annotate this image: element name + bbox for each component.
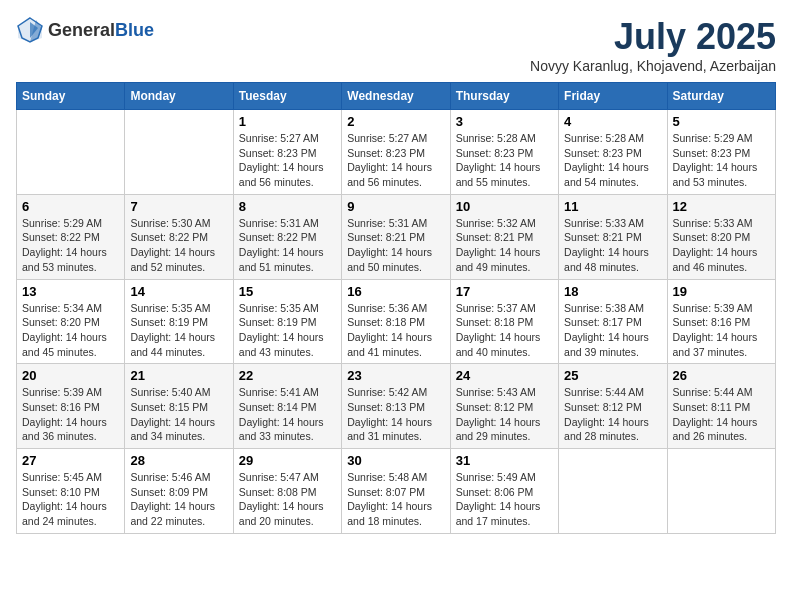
day-header-sunday: Sunday	[17, 83, 125, 110]
day-detail: Sunrise: 5:27 AMSunset: 8:23 PMDaylight:…	[347, 131, 444, 190]
calendar-cell: 31Sunrise: 5:49 AMSunset: 8:06 PMDayligh…	[450, 449, 558, 534]
calendar-cell: 8Sunrise: 5:31 AMSunset: 8:22 PMDaylight…	[233, 194, 341, 279]
calendar-cell	[125, 110, 233, 195]
calendar-cell: 16Sunrise: 5:36 AMSunset: 8:18 PMDayligh…	[342, 279, 450, 364]
day-detail: Sunrise: 5:27 AMSunset: 8:23 PMDaylight:…	[239, 131, 336, 190]
main-title: July 2025	[530, 16, 776, 58]
calendar-cell	[559, 449, 667, 534]
day-detail: Sunrise: 5:44 AMSunset: 8:12 PMDaylight:…	[564, 385, 661, 444]
day-header-friday: Friday	[559, 83, 667, 110]
day-number: 26	[673, 368, 770, 383]
day-number: 20	[22, 368, 119, 383]
day-number: 14	[130, 284, 227, 299]
calendar-cell: 22Sunrise: 5:41 AMSunset: 8:14 PMDayligh…	[233, 364, 341, 449]
day-number: 19	[673, 284, 770, 299]
calendar-cell: 28Sunrise: 5:46 AMSunset: 8:09 PMDayligh…	[125, 449, 233, 534]
day-number: 18	[564, 284, 661, 299]
day-detail: Sunrise: 5:29 AMSunset: 8:22 PMDaylight:…	[22, 216, 119, 275]
day-number: 6	[22, 199, 119, 214]
page-header: GeneralBlue July 2025 Novyy Karanlug, Kh…	[16, 16, 776, 74]
day-number: 9	[347, 199, 444, 214]
calendar-cell: 14Sunrise: 5:35 AMSunset: 8:19 PMDayligh…	[125, 279, 233, 364]
day-number: 7	[130, 199, 227, 214]
calendar-header: SundayMondayTuesdayWednesdayThursdayFrid…	[17, 83, 776, 110]
day-number: 27	[22, 453, 119, 468]
calendar-cell: 25Sunrise: 5:44 AMSunset: 8:12 PMDayligh…	[559, 364, 667, 449]
day-number: 15	[239, 284, 336, 299]
day-header-wednesday: Wednesday	[342, 83, 450, 110]
subtitle: Novyy Karanlug, Khojavend, Azerbaijan	[530, 58, 776, 74]
calendar-cell	[667, 449, 775, 534]
day-header-monday: Monday	[125, 83, 233, 110]
calendar-table: SundayMondayTuesdayWednesdayThursdayFrid…	[16, 82, 776, 534]
calendar-cell: 5Sunrise: 5:29 AMSunset: 8:23 PMDaylight…	[667, 110, 775, 195]
day-detail: Sunrise: 5:33 AMSunset: 8:21 PMDaylight:…	[564, 216, 661, 275]
day-header-thursday: Thursday	[450, 83, 558, 110]
day-number: 12	[673, 199, 770, 214]
logo-icon	[16, 16, 44, 44]
day-number: 4	[564, 114, 661, 129]
day-detail: Sunrise: 5:32 AMSunset: 8:21 PMDaylight:…	[456, 216, 553, 275]
day-number: 28	[130, 453, 227, 468]
day-number: 25	[564, 368, 661, 383]
calendar-cell: 1Sunrise: 5:27 AMSunset: 8:23 PMDaylight…	[233, 110, 341, 195]
calendar-cell: 6Sunrise: 5:29 AMSunset: 8:22 PMDaylight…	[17, 194, 125, 279]
calendar-cell: 20Sunrise: 5:39 AMSunset: 8:16 PMDayligh…	[17, 364, 125, 449]
calendar-cell: 19Sunrise: 5:39 AMSunset: 8:16 PMDayligh…	[667, 279, 775, 364]
day-detail: Sunrise: 5:42 AMSunset: 8:13 PMDaylight:…	[347, 385, 444, 444]
calendar-cell: 13Sunrise: 5:34 AMSunset: 8:20 PMDayligh…	[17, 279, 125, 364]
day-number: 2	[347, 114, 444, 129]
day-detail: Sunrise: 5:37 AMSunset: 8:18 PMDaylight:…	[456, 301, 553, 360]
day-number: 24	[456, 368, 553, 383]
day-header-tuesday: Tuesday	[233, 83, 341, 110]
calendar-cell: 10Sunrise: 5:32 AMSunset: 8:21 PMDayligh…	[450, 194, 558, 279]
week-row-3: 13Sunrise: 5:34 AMSunset: 8:20 PMDayligh…	[17, 279, 776, 364]
day-detail: Sunrise: 5:35 AMSunset: 8:19 PMDaylight:…	[239, 301, 336, 360]
day-detail: Sunrise: 5:35 AMSunset: 8:19 PMDaylight:…	[130, 301, 227, 360]
days-header-row: SundayMondayTuesdayWednesdayThursdayFrid…	[17, 83, 776, 110]
day-detail: Sunrise: 5:44 AMSunset: 8:11 PMDaylight:…	[673, 385, 770, 444]
day-number: 3	[456, 114, 553, 129]
day-detail: Sunrise: 5:47 AMSunset: 8:08 PMDaylight:…	[239, 470, 336, 529]
day-detail: Sunrise: 5:31 AMSunset: 8:21 PMDaylight:…	[347, 216, 444, 275]
title-block: July 2025 Novyy Karanlug, Khojavend, Aze…	[530, 16, 776, 74]
logo-blue: Blue	[115, 20, 154, 40]
calendar-cell: 12Sunrise: 5:33 AMSunset: 8:20 PMDayligh…	[667, 194, 775, 279]
day-detail: Sunrise: 5:38 AMSunset: 8:17 PMDaylight:…	[564, 301, 661, 360]
week-row-2: 6Sunrise: 5:29 AMSunset: 8:22 PMDaylight…	[17, 194, 776, 279]
logo-text: GeneralBlue	[48, 20, 154, 41]
calendar-cell: 15Sunrise: 5:35 AMSunset: 8:19 PMDayligh…	[233, 279, 341, 364]
week-row-1: 1Sunrise: 5:27 AMSunset: 8:23 PMDaylight…	[17, 110, 776, 195]
day-detail: Sunrise: 5:48 AMSunset: 8:07 PMDaylight:…	[347, 470, 444, 529]
day-detail: Sunrise: 5:43 AMSunset: 8:12 PMDaylight:…	[456, 385, 553, 444]
logo: GeneralBlue	[16, 16, 154, 44]
day-number: 1	[239, 114, 336, 129]
day-detail: Sunrise: 5:46 AMSunset: 8:09 PMDaylight:…	[130, 470, 227, 529]
calendar-cell: 9Sunrise: 5:31 AMSunset: 8:21 PMDaylight…	[342, 194, 450, 279]
calendar-cell	[17, 110, 125, 195]
day-number: 31	[456, 453, 553, 468]
day-number: 17	[456, 284, 553, 299]
day-detail: Sunrise: 5:33 AMSunset: 8:20 PMDaylight:…	[673, 216, 770, 275]
calendar-cell: 26Sunrise: 5:44 AMSunset: 8:11 PMDayligh…	[667, 364, 775, 449]
logo-general: General	[48, 20, 115, 40]
calendar-cell: 3Sunrise: 5:28 AMSunset: 8:23 PMDaylight…	[450, 110, 558, 195]
day-number: 22	[239, 368, 336, 383]
day-detail: Sunrise: 5:45 AMSunset: 8:10 PMDaylight:…	[22, 470, 119, 529]
day-number: 11	[564, 199, 661, 214]
day-detail: Sunrise: 5:34 AMSunset: 8:20 PMDaylight:…	[22, 301, 119, 360]
day-detail: Sunrise: 5:29 AMSunset: 8:23 PMDaylight:…	[673, 131, 770, 190]
calendar-cell: 30Sunrise: 5:48 AMSunset: 8:07 PMDayligh…	[342, 449, 450, 534]
day-number: 10	[456, 199, 553, 214]
calendar-cell: 18Sunrise: 5:38 AMSunset: 8:17 PMDayligh…	[559, 279, 667, 364]
day-number: 5	[673, 114, 770, 129]
day-detail: Sunrise: 5:36 AMSunset: 8:18 PMDaylight:…	[347, 301, 444, 360]
calendar-cell: 29Sunrise: 5:47 AMSunset: 8:08 PMDayligh…	[233, 449, 341, 534]
day-detail: Sunrise: 5:30 AMSunset: 8:22 PMDaylight:…	[130, 216, 227, 275]
week-row-4: 20Sunrise: 5:39 AMSunset: 8:16 PMDayligh…	[17, 364, 776, 449]
day-detail: Sunrise: 5:39 AMSunset: 8:16 PMDaylight:…	[22, 385, 119, 444]
day-detail: Sunrise: 5:41 AMSunset: 8:14 PMDaylight:…	[239, 385, 336, 444]
calendar-body: 1Sunrise: 5:27 AMSunset: 8:23 PMDaylight…	[17, 110, 776, 534]
day-detail: Sunrise: 5:49 AMSunset: 8:06 PMDaylight:…	[456, 470, 553, 529]
day-detail: Sunrise: 5:28 AMSunset: 8:23 PMDaylight:…	[456, 131, 553, 190]
